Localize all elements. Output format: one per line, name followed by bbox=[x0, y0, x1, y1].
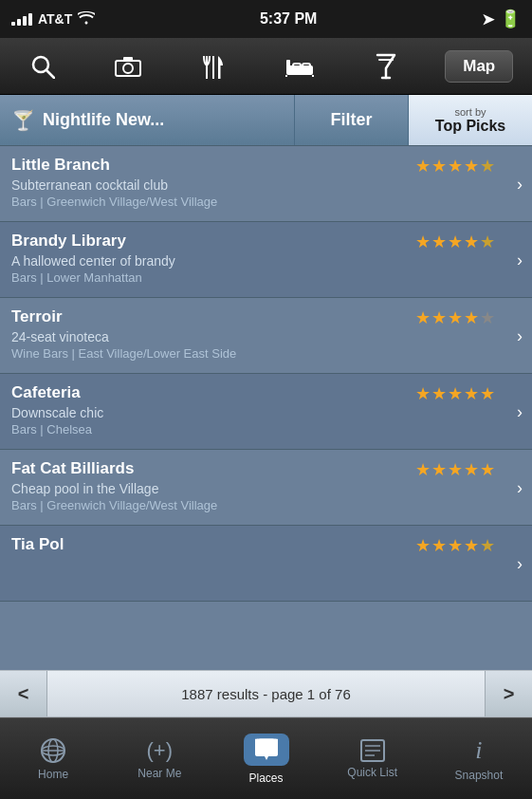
bed-icon[interactable] bbox=[273, 48, 326, 84]
snapshot-icon: i bbox=[475, 736, 482, 765]
tab-places[interactable]: Places bbox=[212, 718, 319, 799]
top-nav: Map bbox=[0, 38, 532, 95]
signal-bar-1 bbox=[11, 22, 15, 26]
list-item[interactable]: Cafeteria Downscale chic Bars | Chelsea … bbox=[0, 374, 532, 450]
home-icon bbox=[40, 737, 66, 764]
pagination-bar: < 1887 results - page 1 of 76 > bbox=[0, 670, 532, 717]
carrier-label: AT&T bbox=[38, 11, 72, 27]
sort-by-label: sort by bbox=[454, 106, 486, 118]
tab-label-quick-list: Quick List bbox=[347, 766, 397, 779]
chevron-right-icon: › bbox=[517, 401, 523, 421]
chevron-right-icon: › bbox=[517, 174, 523, 194]
status-bar: AT&T 5:37 PM ➤ 🔋 bbox=[0, 0, 532, 38]
result-stars: ★★★★★ bbox=[415, 459, 496, 480]
category-label: Nightlife New... bbox=[43, 110, 164, 130]
result-stars: ★★★★★ bbox=[415, 156, 496, 177]
category-button[interactable]: 🍸 Nightlife New... bbox=[0, 95, 295, 145]
cocktail-icon[interactable] bbox=[364, 46, 408, 87]
filter-row: 🍸 Nightlife New... Filter sort by Top Pi… bbox=[0, 95, 532, 146]
result-desc: 24-seat vinoteca bbox=[11, 329, 490, 344]
svg-rect-8 bbox=[286, 60, 290, 73]
filter-button[interactable]: Filter bbox=[295, 95, 409, 145]
filter-label: Filter bbox=[330, 110, 372, 130]
status-left: AT&T bbox=[11, 11, 95, 28]
tab-label-snapshot: Snapshot bbox=[455, 769, 504, 782]
prev-page-button[interactable]: < bbox=[0, 671, 47, 716]
places-icon bbox=[244, 734, 289, 766]
signal-bar-2 bbox=[17, 19, 21, 26]
main-content: 🍸 Nightlife New... Filter sort by Top Pi… bbox=[0, 95, 532, 717]
camera-icon[interactable] bbox=[103, 48, 153, 84]
chevron-right-icon: › bbox=[517, 477, 523, 497]
next-page-button[interactable]: > bbox=[485, 671, 532, 716]
result-meta: Wine Bars | East Village/Lower East Side bbox=[11, 346, 490, 361]
result-desc: Downscale chic bbox=[11, 405, 490, 420]
wifi-icon bbox=[78, 11, 95, 28]
tab-snapshot[interactable]: i Snapshot bbox=[426, 718, 532, 799]
list-item[interactable]: Fat Cat Billiards Cheap pool in the Vill… bbox=[0, 450, 532, 526]
tab-home[interactable]: Home bbox=[0, 718, 106, 799]
list-item[interactable]: Brandy Library A hallowed center of bran… bbox=[0, 222, 532, 298]
sort-button[interactable]: sort by Top Picks bbox=[409, 95, 532, 145]
tab-label-home: Home bbox=[38, 768, 68, 781]
result-desc: Subterranean cocktail club bbox=[11, 177, 490, 193]
tab-label-near-me: Near Me bbox=[138, 767, 181, 780]
result-stars: ★★★★★ bbox=[415, 232, 496, 252]
signal-bars bbox=[11, 13, 32, 26]
signal-bar-4 bbox=[28, 13, 32, 26]
svg-point-3 bbox=[123, 64, 133, 73]
svg-line-1 bbox=[46, 70, 54, 78]
location-arrow-icon: ➤ bbox=[482, 10, 494, 28]
list-item[interactable]: Tia Pol ★★★★★ › bbox=[0, 526, 532, 602]
chevron-right-icon: › bbox=[517, 553, 523, 573]
chevron-right-icon: › bbox=[517, 325, 523, 345]
list-item[interactable]: Little Branch Subterranean cocktail club… bbox=[0, 146, 532, 222]
tab-near-me[interactable]: (+) Near Me bbox=[106, 718, 212, 799]
tab-quick-list[interactable]: Quick List bbox=[320, 718, 426, 799]
app-wrapper: AT&T 5:37 PM ➤ 🔋 bbox=[0, 0, 532, 799]
tab-label-places: Places bbox=[248, 771, 283, 785]
result-meta: Bars | Lower Manhattan bbox=[11, 270, 490, 285]
status-right: ➤ 🔋 bbox=[482, 9, 521, 29]
result-meta: Bars | Greenwich Village/West Village bbox=[11, 498, 490, 512]
near-me-icon: (+) bbox=[147, 738, 174, 763]
map-button[interactable]: Map bbox=[445, 50, 513, 83]
chevron-right-icon: › bbox=[517, 250, 523, 269]
tab-bar: Home (+) Near Me Places Qu bbox=[0, 717, 532, 799]
result-desc: A hallowed center of brandy bbox=[11, 253, 490, 269]
sort-value: Top Picks bbox=[435, 118, 505, 135]
result-stars: ★★★★★ bbox=[415, 535, 496, 556]
list-item[interactable]: Terroir 24-seat vinoteca Wine Bars | Eas… bbox=[0, 298, 532, 374]
nightlife-icon: 🍸 bbox=[11, 109, 35, 132]
signal-bar-3 bbox=[23, 16, 27, 26]
result-stars: ★★★★★ bbox=[415, 307, 496, 328]
fork-knife-icon[interactable] bbox=[191, 46, 236, 86]
svg-rect-4 bbox=[123, 57, 133, 62]
result-meta: Bars | Chelsea bbox=[11, 422, 490, 437]
pagination-text: 1887 results - page 1 of 76 bbox=[47, 671, 485, 716]
results-list: Little Branch Subterranean cocktail club… bbox=[0, 146, 532, 670]
result-stars: ★★★★★ bbox=[415, 383, 496, 404]
battery-icon: 🔋 bbox=[500, 9, 521, 29]
result-desc: Cheap pool in the Village bbox=[11, 481, 490, 496]
result-meta: Bars | Greenwich Village/West Village bbox=[11, 195, 490, 209]
status-time: 5:37 PM bbox=[260, 10, 317, 28]
search-icon[interactable] bbox=[19, 46, 66, 86]
quick-list-icon bbox=[360, 739, 385, 762]
